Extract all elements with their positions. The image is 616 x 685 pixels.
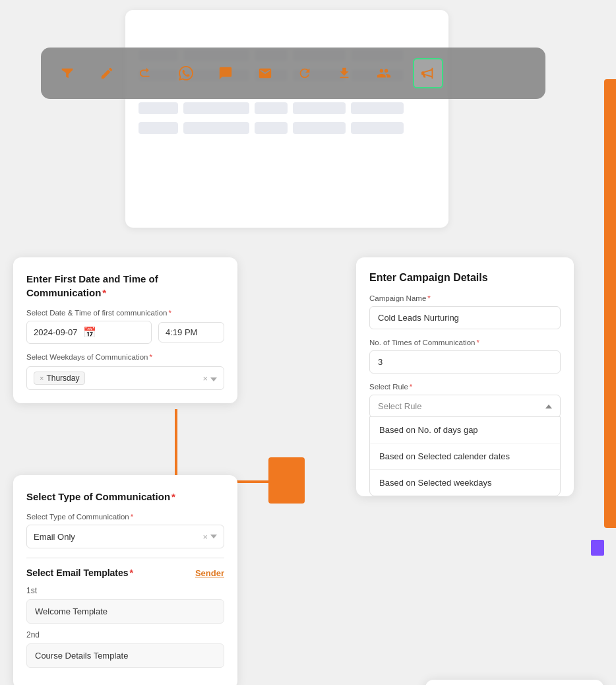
communication-type-value: Email Only <box>34 532 75 542</box>
forward-icon[interactable] <box>136 63 157 84</box>
template-2-num: 2nd <box>26 630 224 639</box>
leads-card: Leads <box>425 680 603 685</box>
times-label: No. of Times of Communication* <box>369 339 561 346</box>
section-divider <box>26 558 224 558</box>
vertical-connector-comm <box>175 409 177 475</box>
filter-icon[interactable] <box>57 63 78 84</box>
main-content: Enter First Date and Time of Communicati… <box>0 257 616 685</box>
select-type-label: Select Type of Communication* <box>26 513 224 521</box>
weekday-selector[interactable]: × Thursday × <box>26 366 224 390</box>
campaign-name-label: Campaign Name* <box>369 294 561 302</box>
date-input[interactable]: 2024-09-07 📅 <box>26 321 152 344</box>
weekday-tag: × Thursday <box>34 372 85 385</box>
chevron-dropdown-icon <box>210 535 217 538</box>
select-rule-label: Select Rule* <box>369 383 561 391</box>
megaphone-icon[interactable] <box>413 58 443 88</box>
tag-remove-icon[interactable]: × <box>40 374 44 382</box>
rule-option-weekdays[interactable]: Based on Selected weekdays <box>370 470 560 496</box>
sender-link[interactable]: Sender <box>195 568 224 578</box>
communication-section: Select Type of Communication* Select Typ… <box>13 475 237 685</box>
rule-option-days-gap[interactable]: Based on No. of days gap <box>370 417 560 443</box>
download-icon[interactable] <box>334 63 355 84</box>
template-header: Select Email Templates* Sender <box>26 568 224 578</box>
clear-icon[interactable]: × <box>202 374 208 383</box>
campaign-name-input[interactable] <box>369 306 561 329</box>
edit-icon[interactable] <box>96 63 117 84</box>
rule-dropdown-menu: Based on No. of days gap Based on Select… <box>369 416 561 496</box>
users-icon[interactable] <box>373 63 394 84</box>
time-input[interactable]: 4:19 PM <box>158 322 224 342</box>
communication-card: Select Type of Communication* Select Typ… <box>13 475 237 685</box>
required-star: * <box>102 287 106 298</box>
chevron-down-icon[interactable] <box>210 372 217 384</box>
communication-type-dropdown[interactable]: Email Only × <box>26 525 224 548</box>
refresh-icon[interactable] <box>294 63 315 84</box>
campaign-title: Enter Campaign Details <box>369 272 561 284</box>
calendar-icon: 📅 <box>83 326 96 339</box>
whatsapp-icon[interactable] <box>175 63 197 84</box>
templates-label: Select Email Templates* <box>26 568 133 578</box>
first-date-card: Enter First Date and Time of Communicati… <box>13 257 237 403</box>
times-input[interactable] <box>369 350 561 374</box>
connector-box <box>268 457 305 504</box>
background-card <box>125 10 448 228</box>
campaign-details-card: Enter Campaign Details Campaign Name* No… <box>356 257 574 496</box>
weekday-field-label: Select Weekdays of Communication* <box>26 353 224 361</box>
dropdown-controls: × <box>202 532 217 542</box>
toolbar <box>41 48 545 99</box>
rule-option-calendar-dates[interactable]: Based on Selected calender dates <box>370 443 560 470</box>
purple-box <box>591 540 604 556</box>
template-1-num: 1st <box>26 586 224 595</box>
arrow-up-icon <box>545 405 552 408</box>
first-date-title: Enter First Date and Time of Communicati… <box>26 272 224 300</box>
date-field-label: Select Date & Time of first communicatio… <box>26 309 224 317</box>
template-1-row[interactable]: Welcome Template <box>26 599 224 624</box>
message-icon[interactable] <box>215 63 236 84</box>
select-rule-dropdown[interactable]: Select Rule <box>369 395 561 418</box>
email-icon[interactable] <box>255 63 276 84</box>
clear-dropdown-icon[interactable]: × <box>202 532 208 542</box>
selector-controls[interactable]: × <box>202 372 217 384</box>
communication-title: Select Type of Communication* <box>26 490 224 504</box>
template-2-row[interactable]: Course Details Template <box>26 643 224 668</box>
